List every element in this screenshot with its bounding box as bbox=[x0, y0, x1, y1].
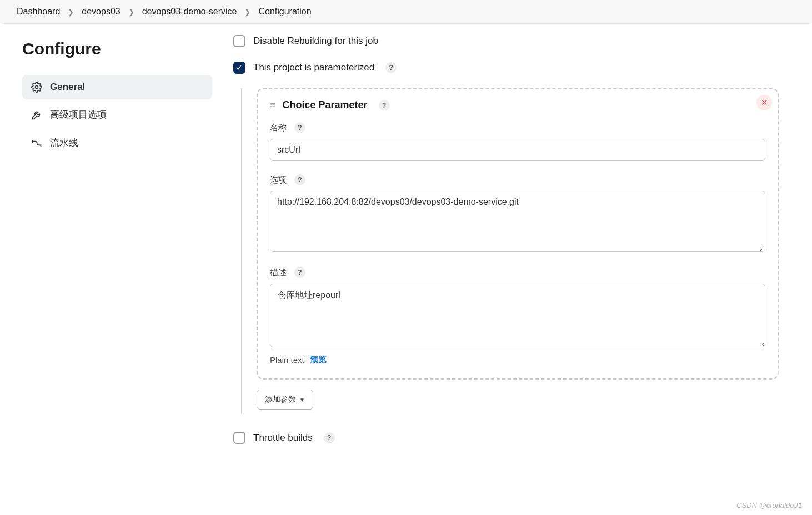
checkbox-throttle[interactable] bbox=[233, 432, 245, 444]
wrench-icon bbox=[31, 109, 42, 120]
field-label-text: 选项 bbox=[270, 175, 287, 185]
caret-down-icon: ▼ bbox=[299, 397, 305, 403]
sidebar: Configure General 高级项目选项 流水线 bbox=[0, 24, 222, 469]
sidebar-item-label: General bbox=[50, 82, 85, 93]
field-description: 描述 ? Plain text 预览 bbox=[270, 267, 765, 365]
checkbox-label: Throttle builds bbox=[253, 432, 313, 443]
sidebar-item-label: 流水线 bbox=[50, 137, 78, 149]
checkbox-disable-rebuild[interactable] bbox=[233, 35, 245, 47]
help-icon[interactable]: ? bbox=[294, 267, 305, 278]
page-title: Configure bbox=[22, 39, 212, 58]
chevron-right-icon: ❯ bbox=[244, 8, 250, 16]
breadcrumb: Dashboard ❯ devops03 ❯ devops03-demo-ser… bbox=[0, 0, 812, 24]
help-icon[interactable]: ? bbox=[324, 432, 335, 443]
preview-link[interactable]: 预览 bbox=[310, 355, 327, 365]
checkbox-label: This project is parameterized bbox=[253, 62, 374, 73]
sidebar-item-pipeline[interactable]: 流水线 bbox=[22, 130, 212, 156]
breadcrumb-link-folder[interactable]: devops03 bbox=[82, 7, 120, 17]
add-parameter-button[interactable]: 添加参数 ▼ bbox=[257, 390, 313, 410]
field-name: 名称 ? bbox=[270, 122, 765, 161]
watermark: CSDN @cronaldo91 bbox=[736, 501, 802, 509]
close-icon: ✕ bbox=[761, 98, 768, 108]
gear-icon bbox=[31, 82, 42, 93]
breadcrumb-link-current[interactable]: Configuration bbox=[258, 7, 311, 17]
field-choices: 选项 ? bbox=[270, 174, 765, 254]
sidebar-item-advanced[interactable]: 高级项目选项 bbox=[22, 102, 212, 128]
chevron-right-icon: ❯ bbox=[68, 8, 74, 16]
help-icon[interactable]: ? bbox=[294, 122, 305, 133]
parameter-name-input[interactable] bbox=[270, 139, 765, 161]
chevron-right-icon: ❯ bbox=[128, 8, 134, 16]
parameter-choices-textarea[interactable] bbox=[270, 191, 765, 252]
help-icon[interactable]: ? bbox=[385, 62, 397, 73]
option-disable-rebuild: Disable Rebuilding for this job bbox=[233, 35, 779, 47]
parameter-type-title: Choice Parameter bbox=[283, 99, 368, 111]
delete-parameter-button[interactable]: ✕ bbox=[756, 95, 772, 110]
drag-handle-icon[interactable]: ≡ bbox=[270, 99, 275, 111]
parameter-description-textarea[interactable] bbox=[270, 284, 765, 347]
main-content: Disable Rebuilding for this job ✓ This p… bbox=[222, 24, 812, 469]
field-label-text: 名称 bbox=[270, 123, 287, 133]
description-format-label: Plain text bbox=[270, 355, 304, 365]
svg-point-0 bbox=[36, 86, 38, 89]
parameters-block: ≡ Choice Parameter ? ✕ 名称 ? bbox=[241, 88, 779, 414]
pipeline-icon bbox=[31, 138, 42, 149]
checkbox-label: Disable Rebuilding for this job bbox=[253, 36, 378, 47]
add-parameter-label: 添加参数 bbox=[265, 395, 296, 405]
checkbox-parameterized[interactable]: ✓ bbox=[233, 62, 245, 74]
parameter-card: ≡ Choice Parameter ? ✕ 名称 ? bbox=[257, 88, 779, 380]
breadcrumb-link-dashboard[interactable]: Dashboard bbox=[17, 7, 60, 17]
field-label-text: 描述 bbox=[270, 267, 287, 278]
breadcrumb-link-job[interactable]: devops03-demo-service bbox=[142, 7, 237, 17]
sidebar-item-label: 高级项目选项 bbox=[50, 108, 107, 121]
option-throttle: Throttle builds ? bbox=[233, 432, 779, 444]
help-icon[interactable]: ? bbox=[294, 174, 305, 185]
option-parameterized: ✓ This project is parameterized ? bbox=[233, 62, 779, 74]
help-icon[interactable]: ? bbox=[379, 100, 390, 111]
sidebar-item-general[interactable]: General bbox=[22, 75, 212, 99]
